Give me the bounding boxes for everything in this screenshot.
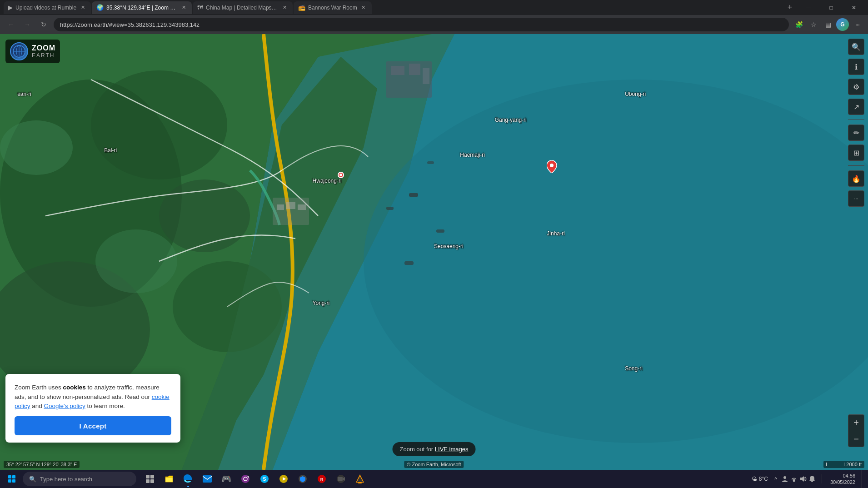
skype-app[interactable]: S (255, 470, 274, 488)
svg-rect-22 (427, 161, 434, 164)
security-app[interactable] (294, 470, 312, 488)
tab-bannon[interactable]: 📻 Bannons War Room ✕ (294, 1, 372, 14)
refresh-button[interactable]: ↻ (37, 18, 50, 31)
taskbar: 🔍 Type here to search (0, 470, 868, 488)
zoom-earth-logo[interactable]: ZOOM EARTH (5, 40, 60, 63)
copyright-text: © Zoom Earth, Microsoft (407, 462, 461, 467)
map-pin (547, 160, 557, 175)
tab-zoom[interactable]: 🌍 35.38°N 129.34°E | Zoom Earth ✕ (92, 1, 192, 14)
share-button[interactable]: ↗ (848, 99, 864, 115)
svg-rect-20 (436, 229, 444, 233)
live-images-link[interactable]: LIVE images (435, 446, 469, 453)
cookie-text: Zoom Earth uses cookies to analyze traff… (15, 383, 171, 411)
tray-area: ^ (772, 475, 816, 483)
google-policy-link[interactable]: Google's policy (44, 403, 85, 409)
profile-avatar[interactable]: G (836, 18, 849, 31)
layers-button[interactable]: ⊞ (848, 144, 864, 161)
title-bar: ▶ Upload videos at Rumble ✕ 🌍 35.38°N 12… (0, 0, 868, 15)
coordinates-bar: 35° 22' 57.5" N 129° 20' 38.3" E (4, 461, 80, 468)
svg-rect-12 (273, 198, 309, 225)
tab-rumble[interactable]: ▶ Upload videos at Rumble ✕ (4, 1, 91, 14)
map-container[interactable]: ZOOM EARTH 🔍 ℹ ⚙ ↗ ✏ ⊞ 🔥 ··· ean-riBal-r… (0, 34, 868, 470)
show-desktop-button[interactable] (862, 470, 864, 488)
window-controls: — □ ✕ (798, 0, 864, 15)
svg-rect-19 (386, 207, 394, 210)
forward-button[interactable]: → (21, 18, 34, 31)
video-app[interactable] (332, 470, 350, 488)
search-map-button[interactable]: 🔍 (848, 39, 864, 55)
svg-rect-47 (338, 477, 343, 481)
more-button[interactable]: ··· (848, 190, 864, 207)
taskview-app[interactable] (141, 470, 159, 488)
address-bar-row: ← → ↻ 🧩 ☆ ▤ G ··· (0, 15, 868, 34)
weather-icon: 🌤 (752, 476, 757, 482)
tab-close[interactable]: ✕ (180, 4, 187, 11)
tab-favicon: 📻 (298, 4, 305, 11)
svg-rect-25 (409, 64, 420, 75)
zoom-controls: + − (848, 414, 864, 447)
back-button[interactable]: ← (5, 18, 17, 31)
network-icon[interactable] (790, 475, 798, 483)
tab-label: Bannons War Room (308, 5, 357, 11)
mail-app[interactable] (198, 470, 216, 488)
show-hidden-tray[interactable]: ^ (772, 475, 780, 483)
svg-rect-21 (404, 261, 414, 265)
svg-rect-13 (277, 204, 284, 210)
taskbar-right: 🌤 8°C ^ (752, 470, 864, 488)
taskbar-weather[interactable]: 🌤 8°C (752, 476, 768, 482)
svg-point-38 (244, 477, 247, 481)
svg-rect-26 (423, 68, 429, 84)
tab-close[interactable]: ✕ (281, 4, 288, 11)
fire-button[interactable]: 🔥 (848, 170, 864, 187)
info-button[interactable]: ℹ (848, 59, 864, 75)
people-icon[interactable] (781, 475, 789, 483)
rufus-app[interactable]: R (313, 470, 331, 488)
svg-point-10 (95, 229, 177, 293)
tab-close[interactable]: ✕ (360, 4, 367, 11)
xbox-app[interactable]: 🎮 (217, 470, 235, 488)
edge-app[interactable] (179, 470, 197, 488)
tab-close[interactable]: ✕ (79, 4, 86, 11)
svg-rect-36 (203, 475, 212, 483)
tab-favicon: ▶ (8, 4, 13, 11)
groove-app[interactable] (236, 470, 254, 488)
svg-marker-54 (800, 476, 804, 482)
minimize-button[interactable]: — (798, 0, 819, 15)
scale-text: 2000 ft (846, 462, 862, 467)
favorites-icon[interactable]: ☆ (807, 18, 820, 31)
extensions-icon[interactable]: 🧩 (793, 18, 805, 31)
new-tab-button[interactable]: + (783, 1, 796, 14)
start-button[interactable] (4, 471, 20, 487)
file-explorer-app[interactable] (160, 470, 178, 488)
settings-button[interactable]: ⚙ (848, 79, 864, 95)
zoom-in-button[interactable]: + (848, 414, 864, 431)
live-banner-text-before: Zoom out for (399, 446, 434, 453)
svg-rect-53 (793, 480, 795, 482)
logo-text: ZOOM EARTH (32, 44, 55, 59)
zoom-out-button[interactable]: − (848, 431, 864, 447)
svg-text:R: R (320, 477, 324, 482)
taskbar-search-icon: 🔍 (29, 476, 36, 483)
media-player-app[interactable] (274, 470, 293, 488)
logo-earth-text: EARTH (32, 52, 55, 59)
collections-icon[interactable]: ▤ (822, 18, 834, 31)
volume-icon[interactable] (799, 475, 807, 483)
taskbar-search[interactable]: 🔍 Type here to search (23, 472, 136, 486)
tab-favicon: 🗺 (197, 4, 203, 11)
svg-point-5 (91, 70, 227, 179)
clock-time: 04:56 (843, 473, 855, 479)
taskbar-clock[interactable]: 04:56 30/05/2022 (828, 473, 858, 486)
live-images-banner: Zoom out for LIVE images (392, 442, 475, 456)
accept-cookies-button[interactable]: I Accept (15, 416, 171, 435)
tab-china[interactable]: 🗺 China Map | Detailed Maps of P... ✕ (193, 1, 293, 14)
maximize-button[interactable]: □ (821, 0, 842, 15)
draw-button[interactable]: ✏ (848, 124, 864, 141)
menu-icon[interactable]: ··· (851, 18, 863, 31)
vlc-app[interactable] (351, 470, 369, 488)
close-button[interactable]: ✕ (843, 0, 864, 15)
coordinates-text: 35° 22' 57.5" N 129° 20' 38.3" E (6, 462, 77, 467)
svg-rect-18 (409, 193, 418, 197)
address-input[interactable] (54, 18, 789, 31)
taskbar-apps: 🎮 S (141, 470, 369, 488)
notification-icon[interactable] (808, 475, 816, 483)
